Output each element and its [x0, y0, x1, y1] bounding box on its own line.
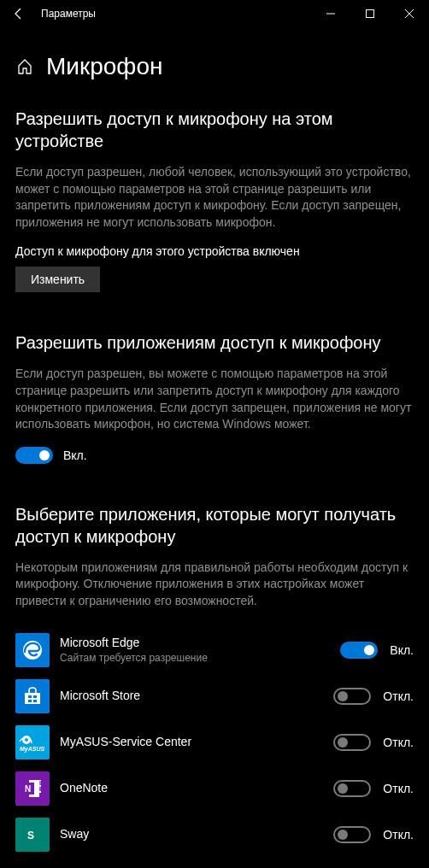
app-toggle[interactable]: [333, 780, 371, 797]
app-subtext: Сайтам требуется разрешение: [60, 652, 340, 664]
app-toggle-label: Откл.: [383, 689, 414, 703]
content: Микрофон Разрешить доступ к микрофону на…: [0, 53, 429, 858]
app-text: Sway: [60, 827, 333, 842]
section3-desc: Некоторым приложениям для правильной раб…: [15, 560, 414, 610]
app-toggle[interactable]: [333, 826, 371, 843]
svg-text:N: N: [25, 784, 31, 794]
section2-desc: Если доступ разрешен, вы можете с помощь…: [15, 366, 414, 432]
app-name: Sway: [60, 827, 333, 842]
app-name: Microsoft Store: [60, 689, 333, 703]
arrow-left-icon: [12, 7, 26, 21]
app-toggle-wrap: Откл.: [333, 826, 414, 843]
page-header: Микрофон: [15, 53, 414, 80]
svg-rect-8: [28, 700, 32, 702]
svg-rect-16: [39, 793, 41, 797]
apps-access-toggle-label: Вкл.: [63, 449, 87, 462]
svg-rect-9: [33, 700, 37, 702]
home-button[interactable]: [15, 57, 34, 76]
svg-rect-5: [25, 693, 40, 704]
section1-heading: Разрешить доступ к микрофону на этом уст…: [15, 108, 414, 152]
section2-heading: Разрешить приложениям доступ к микрофону: [15, 331, 414, 354]
svg-rect-7: [33, 695, 37, 698]
app-toggle-label: Вкл.: [390, 643, 414, 657]
asus-icon: MyASUS: [15, 725, 50, 760]
svg-text:MyASUS: MyASUS: [20, 746, 45, 753]
back-button[interactable]: [0, 0, 38, 27]
maximize-icon: [366, 9, 374, 18]
device-access-status: Доступ к микрофону для этого устройства …: [15, 244, 414, 258]
app-toggle-wrap: Откл.: [333, 780, 414, 797]
close-icon: [405, 9, 414, 18]
app-row: MyASUSMyASUS-Service CenterОткл.: [15, 719, 414, 765]
section3-heading: Выберите приложения, которые могут получ…: [15, 503, 414, 548]
app-name: Microsoft Edge: [60, 636, 340, 650]
svg-point-11: [25, 738, 28, 742]
app-row: Microsoft StoreОткл.: [15, 673, 414, 719]
minimize-icon: [326, 9, 335, 18]
minimize-button[interactable]: [311, 0, 350, 27]
svg-rect-1: [367, 10, 374, 18]
app-name: MyASUS-Service Center: [60, 735, 333, 749]
svg-rect-6: [28, 695, 32, 698]
close-button[interactable]: [390, 0, 429, 27]
apps-access-toggle[interactable]: [15, 447, 53, 464]
section1-desc: Если доступ разрешен, любой человек, исп…: [15, 164, 414, 231]
app-toggle[interactable]: [333, 688, 371, 705]
app-toggle-wrap: Откл.: [333, 734, 414, 751]
sway-icon: S: [15, 818, 50, 852]
app-toggle-label: Откл.: [383, 828, 414, 842]
app-text: Microsoft EdgeСайтам требуется разрешени…: [60, 636, 340, 664]
app-row: NOneNoteОткл.: [15, 765, 414, 812]
app-text: MyASUS-Service Center: [60, 735, 333, 749]
svg-text:S: S: [27, 830, 34, 842]
change-button[interactable]: Изменить: [15, 267, 100, 292]
home-icon: [16, 58, 33, 75]
window-title: Параметры: [38, 8, 311, 20]
app-toggle[interactable]: [340, 642, 378, 659]
app-toggle[interactable]: [333, 734, 371, 751]
svg-rect-14: [39, 781, 41, 785]
onenote-icon: N: [15, 771, 50, 806]
titlebar: Параметры: [0, 0, 429, 27]
svg-rect-15: [39, 787, 41, 791]
app-toggle-wrap: Вкл.: [340, 642, 414, 659]
app-toggle-label: Откл.: [383, 736, 414, 749]
page-title: Микрофон: [46, 53, 162, 80]
app-text: OneNote: [60, 781, 333, 795]
app-list: Microsoft EdgeСайтам требуется разрешени…: [15, 627, 414, 858]
app-toggle-wrap: Откл.: [333, 688, 414, 705]
app-row: SSwayОткл.: [15, 812, 414, 858]
store-icon: [15, 679, 50, 713]
app-name: OneNote: [60, 781, 333, 795]
app-row: Microsoft EdgeСайтам требуется разрешени…: [15, 627, 414, 673]
app-toggle-label: Откл.: [383, 782, 414, 795]
maximize-button[interactable]: [350, 0, 390, 27]
edge-icon: [15, 633, 50, 667]
app-text: Microsoft Store: [60, 689, 333, 703]
apps-access-toggle-row: Вкл.: [15, 447, 414, 464]
